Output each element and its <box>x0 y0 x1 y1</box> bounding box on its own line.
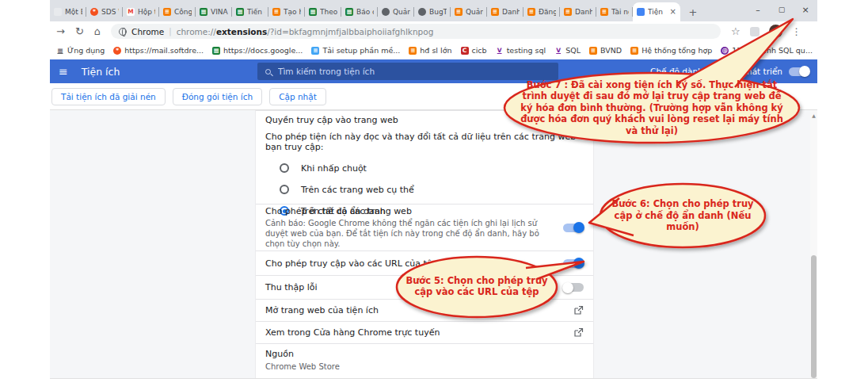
source-label: Nguồn <box>265 349 584 359</box>
tab[interactable]: ▦Tiến độ <box>232 2 268 21</box>
omnibox-separator: | <box>169 27 171 36</box>
file-urls-toggle[interactable] <box>563 259 584 268</box>
tab-close-icon[interactable]: × <box>670 8 676 16</box>
bookmark-item[interactable]: VSQL <box>554 46 581 55</box>
sheets-favicon-icon: ▦ <box>200 8 207 16</box>
bookmark-item[interactable]: ≡BVND <box>589 46 622 55</box>
tab[interactable]: ▦Báo cá <box>341 2 378 21</box>
v-favicon-icon: V <box>496 47 504 55</box>
tab[interactable]: ▦VINAFR <box>196 2 232 21</box>
external-link-icon <box>573 327 584 338</box>
tab-label: Một Bư <box>65 8 82 16</box>
tab-label: Quản lý <box>466 8 483 16</box>
error-collection-toggle[interactable] <box>563 283 584 292</box>
tab-active[interactable]: Tiện× <box>633 2 680 21</box>
load-unpacked-button[interactable]: Tải tiện ích đã giải nén <box>51 88 166 105</box>
radio-option-on-click[interactable]: Khi nhấp chuột <box>280 162 584 174</box>
bookmark-item[interactable]: ≡hđ sl lớn <box>409 46 451 55</box>
extensions-actions-row: Tải tiện ích đã giải nén Đóng gói tiện í… <box>50 83 817 110</box>
incognito-warning: Cảnh báo: Google Chrome không thể ngăn c… <box>265 218 555 249</box>
at-favicon-icon: @ <box>721 47 729 55</box>
site-access-title: Quyền truy cập vào trang web <box>265 115 584 125</box>
bookmark-item[interactable]: ▦https://docs.google... <box>212 46 303 55</box>
minimize-button[interactable]: – <box>746 0 770 19</box>
gmail-favicon-icon: M <box>127 8 135 16</box>
scrollbar-thumb[interactable] <box>811 255 817 378</box>
bookmark-item[interactable]: ≡Tải setup phần mề... <box>311 46 400 55</box>
radio-option-specific-sites[interactable]: Trên các trang web cụ thể <box>280 184 584 195</box>
tab[interactable]: ≡Quản lý <box>451 2 487 21</box>
close-button[interactable]: × <box>794 0 817 19</box>
update-button[interactable]: Cập nhật <box>269 88 326 105</box>
tab[interactable]: *SDS W <box>86 2 123 21</box>
tab[interactable]: ▦Theo d <box>305 2 341 21</box>
bookmark-label: SQL <box>565 46 581 55</box>
file-urls-label: Cho phép truy cập vào các URL của tệp <box>265 258 563 269</box>
bookmark-item[interactable]: @13 câu lệnh SQL qu... <box>721 46 813 55</box>
radio-icon[interactable] <box>280 185 289 194</box>
tabs-container: Một Bư*SDS WMHộp th≡Công ty▦VINAFR▦Tiến … <box>50 2 680 21</box>
tab[interactable]: Quản lý <box>378 2 414 21</box>
page-info-icon[interactable] <box>119 28 127 36</box>
extensions-header: ≡ Tiện ích Chế độ dành cho nhà phát triể… <box>50 59 817 83</box>
site-access-description: Cho phép tiện ích này đọc và thay đổi tấ… <box>265 132 584 152</box>
bookmark-star-icon[interactable]: ☆ <box>731 25 740 37</box>
forward-icon[interactable]: → <box>56 26 65 36</box>
bookmark-item[interactable]: Ccicb <box>461 46 487 55</box>
tab[interactable]: ≡Đăng n <box>523 2 560 21</box>
bookmark-label: https://docs.google... <box>223 46 303 55</box>
pack-extension-button[interactable]: Đóng gói tiện ích <box>173 88 262 105</box>
sheets-favicon-icon: ▦ <box>345 8 353 16</box>
apps-favicon-icon: ▦ <box>56 47 64 55</box>
profile-avatar[interactable] <box>769 25 782 38</box>
tab-label: BugTra <box>429 8 447 16</box>
incognito-toggle[interactable] <box>563 224 584 232</box>
extension-icon[interactable] <box>750 27 760 36</box>
bookmark-item[interactable]: Vtesting sql <box>496 46 546 55</box>
reload-icon[interactable]: ↻ <box>75 26 84 36</box>
tab[interactable]: MHộp th <box>123 2 159 21</box>
radio-icon[interactable] <box>280 163 289 173</box>
home-icon[interactable]: ⌂ <box>94 26 101 36</box>
tab-label: Danh s <box>575 8 592 16</box>
tab[interactable]: BugTra <box>414 2 451 21</box>
scroll-up-icon[interactable]: ▲ <box>810 113 817 118</box>
maximize-button[interactable]: ▢ <box>770 0 794 19</box>
tab[interactable]: ≡Tạo hó <box>268 2 305 21</box>
new-tab-button[interactable]: + <box>683 2 702 21</box>
bookmark-item[interactable]: ▦Ứng dụng <box>56 46 105 55</box>
scrollbar[interactable]: ▲ <box>810 110 817 378</box>
extension-details-card: Quyền truy cập vào trang web Cho phép ti… <box>255 110 594 378</box>
error-collection-label: Thu thập lỗi <box>265 282 563 292</box>
omnibox[interactable]: Chrome | chrome://extensions/?id=bkfagmn… <box>111 24 721 39</box>
site-label: Chrome <box>131 27 164 36</box>
view-store-label: Xem trong Cửa hàng Chrome trực tuyến <box>265 327 573 338</box>
radio-label: Trên các trang web cụ thể <box>301 185 414 195</box>
tab-label: Công ty <box>174 8 192 16</box>
search-input[interactable] <box>278 67 550 76</box>
extensions-search[interactable] <box>257 63 558 80</box>
tab[interactable]: ≡Danh s <box>487 2 523 21</box>
bookmark-item[interactable]: ≡Hệ thống tổng hợp <box>630 46 712 55</box>
tab-label: Danh s <box>502 8 520 16</box>
developer-mode-toggle[interactable] <box>789 67 809 76</box>
menu-kebab-icon[interactable]: ⋮ <box>792 26 801 37</box>
bookmark-label: Hệ thống tổng hợp <box>641 46 712 55</box>
tab[interactable]: ≡Công ty <box>159 2 196 21</box>
tab[interactable]: ≡Tài ngu <box>596 2 633 21</box>
incognito-section: Cho phép ở chế độ ẩn danh Cảnh báo: Goog… <box>256 205 593 251</box>
tab[interactable]: ≡Danh s <box>560 2 596 21</box>
view-store-row[interactable]: Xem trong Cửa hàng Chrome trực tuyến <box>256 322 593 344</box>
invoice-favicon-icon: ≡ <box>163 8 171 16</box>
bookmark-item[interactable]: *https://mail.softdre... <box>113 46 204 55</box>
open-website-row[interactable]: Mở trang web của tiện ích <box>256 300 593 322</box>
tab[interactable]: Một Bư <box>50 2 86 21</box>
radio-label: Khi nhấp chuột <box>301 163 367 174</box>
bookmark-label: BVND <box>600 46 622 55</box>
hamburger-menu-icon[interactable]: ≡ <box>59 65 68 78</box>
browser-toolbar: → ↻ ⌂ Chrome | chrome://extensions/?id=b… <box>50 21 817 41</box>
bookmark-label: 13 câu lệnh SQL qu... <box>732 46 813 55</box>
external-link-icon <box>573 305 584 315</box>
open-website-label: Mở trang web của tiện ích <box>265 305 573 315</box>
doc-favicon-icon: ≡ <box>311 47 319 55</box>
